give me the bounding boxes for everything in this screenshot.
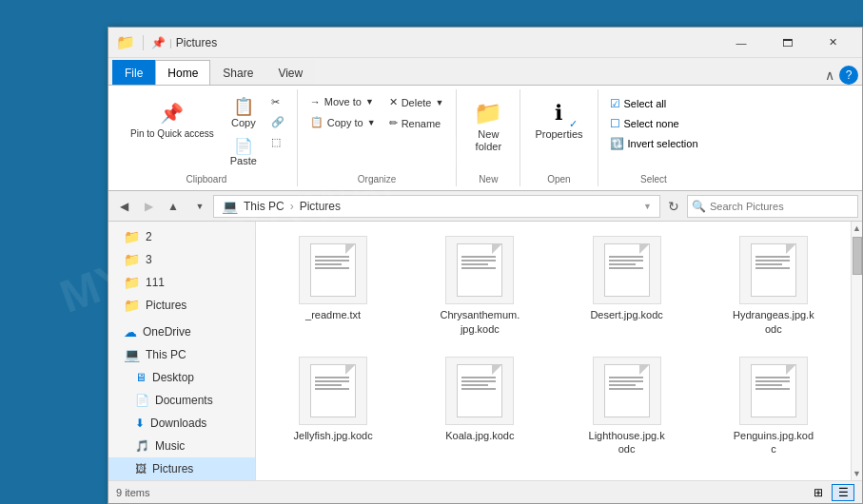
forward-button[interactable]: ▶: [137, 195, 160, 218]
tab-home[interactable]: Home: [155, 60, 210, 85]
restore-button[interactable]: 🗖: [765, 31, 809, 54]
copy-button[interactable]: 📋 Copy: [225, 93, 263, 132]
sidebar-label-onedrive: OneDrive: [143, 325, 191, 339]
up-button[interactable]: ▲: [162, 195, 185, 218]
minimize-button[interactable]: —: [719, 31, 763, 54]
tab-share[interactable]: Share: [210, 60, 265, 85]
music-icon: 🎵: [135, 439, 149, 453]
sidebar-item-3[interactable]: 📁 3: [108, 248, 255, 271]
ribbon-collapse-button[interactable]: ∧: [820, 66, 839, 85]
file-item-desert[interactable]: Desert.jpg.kodc: [558, 229, 696, 342]
move-to-button[interactable]: → Move to ▼: [305, 93, 381, 110]
copy-to-button[interactable]: 📋 Copy to ▼: [305, 113, 381, 131]
properties-button[interactable]: ℹ ✓ Properties: [528, 93, 589, 145]
file-name-koala: Koala.jpg.kodc: [445, 429, 514, 442]
cut-button[interactable]: ✂: [266, 93, 284, 111]
search-icon: 🔍: [692, 200, 706, 213]
documents-icon: 📄: [135, 394, 149, 407]
file-name-desert: Desert.jpg.kodc: [590, 308, 662, 321]
select-none-label: Select none: [624, 118, 679, 129]
paste-label: Paste: [230, 155, 257, 167]
invert-selection-icon: 🔃: [610, 137, 624, 150]
new-folder-button[interactable]: 📁 Newfolder: [464, 93, 512, 158]
tab-file[interactable]: File: [112, 60, 155, 85]
sidebar-label-pictures-nav: Pictures: [146, 299, 186, 312]
search-input[interactable]: [710, 201, 853, 212]
paste-button[interactable]: 📄 Paste: [225, 134, 263, 170]
address-path[interactable]: 💻 This PC › Pictures ▼: [213, 195, 660, 218]
address-dropdown-button[interactable]: ▼: [188, 195, 211, 218]
file-item-readme[interactable]: _readme.txt: [264, 229, 402, 342]
file-name-jellyfish: Jellyfish.jpg.kodc: [294, 429, 373, 442]
path-pictures[interactable]: Pictures: [300, 200, 341, 213]
pictures-active-icon: 🖼: [135, 462, 147, 475]
sidebar-item-music[interactable]: 🎵 Music: [108, 435, 255, 457]
folder-2-icon: 📁: [124, 229, 140, 244]
sidebar-item-onedrive[interactable]: ☁ OneDrive: [108, 320, 255, 343]
sidebar-item-thispc[interactable]: 💻 This PC: [108, 343, 255, 366]
ribbon-tabs: File Home Share View ∧ ?: [108, 58, 862, 85]
copy-path-button[interactable]: 🔗: [266, 113, 289, 131]
delete-button[interactable]: ✕ Delete ▼: [384, 93, 449, 111]
quick-access-icon: 📌: [151, 36, 166, 49]
file-area-scrollbar[interactable]: ▲ ▼: [851, 222, 862, 480]
file-item-lighthouse[interactable]: Lighthouse.jpg.kodc: [558, 350, 696, 463]
sidebar-item-documents[interactable]: 📄 Documents: [108, 389, 255, 412]
help-button[interactable]: ?: [839, 66, 858, 85]
path-dropdown-icon[interactable]: ▼: [643, 202, 652, 211]
pin-quick-access-button[interactable]: 📌 Pin to Quick access: [124, 93, 221, 145]
sidebar-item-downloads[interactable]: ⬇ Downloads: [108, 412, 255, 435]
paste-shortcut-button[interactable]: ⬚: [266, 133, 285, 151]
sidebar-label-pictures-active: Pictures: [152, 462, 193, 475]
pin-label: Pin to Quick access: [130, 128, 214, 140]
file-item-penguins[interactable]: Penguins.jpg.kodc: [704, 350, 843, 463]
sidebar: 📁 2 📁 3 📁 111 📁 Pictures ☁: [108, 222, 256, 480]
sidebar-item-2[interactable]: 📁 2: [108, 225, 255, 248]
view-toggle: ⊞ ☰: [807, 484, 854, 501]
rename-button[interactable]: ✏ Rename: [384, 114, 449, 132]
title-bar: 📁 📌 | Pictures — 🗖 ✕: [108, 28, 862, 58]
sidebar-item-desktop[interactable]: 🖥 Desktop: [108, 366, 255, 389]
window-title: Pictures: [176, 36, 217, 49]
select-none-button[interactable]: ☐ Select none: [606, 115, 702, 132]
select-all-label: Select all: [624, 98, 667, 109]
delete-label: Delete: [402, 97, 432, 108]
scrollbar-up-arrow[interactable]: ▲: [851, 222, 862, 235]
delete-dropdown-icon: ▼: [435, 98, 443, 107]
scrollbar-down-arrow[interactable]: ▼: [851, 467, 862, 480]
close-button[interactable]: ✕: [811, 31, 854, 54]
sidebar-item-pictures-nav[interactable]: 📁 Pictures: [108, 294, 255, 317]
sidebar-label-documents: Documents: [155, 394, 213, 407]
tab-view[interactable]: View: [265, 60, 315, 85]
file-item-chrysanthemum[interactable]: Chrysanthemum.jpg.kodc: [410, 229, 549, 342]
file-item-hydrangeas[interactable]: Hydrangeas.jpg.kodc: [704, 229, 843, 342]
file-thumb-chrysanthemum: [445, 236, 514, 304]
onedrive-icon: ☁: [124, 324, 137, 339]
main-area: 📁 2 📁 3 📁 111 📁 Pictures ☁: [108, 222, 862, 480]
file-item-jellyfish[interactable]: Jellyfish.jpg.kodc: [264, 350, 402, 463]
ribbon-group-new: 📁 Newfolder New: [457, 89, 520, 186]
invert-selection-button[interactable]: 🔃 Invert selection: [606, 135, 702, 152]
new-items: 📁 Newfolder: [464, 91, 512, 172]
sidebar-item-pictures-active[interactable]: 🖼 Pictures: [108, 457, 255, 480]
folder-111-icon: 📁: [124, 275, 140, 290]
view-details-button[interactable]: ☰: [832, 484, 854, 501]
search-box[interactable]: 🔍: [687, 195, 858, 218]
back-button[interactable]: ◀: [112, 195, 135, 218]
sidebar-label-2: 2: [146, 230, 152, 243]
ribbon-group-open: ℹ ✓ Properties Open: [520, 89, 598, 186]
refresh-button[interactable]: ↻: [662, 195, 685, 218]
file-name-readme: _readme.txt: [305, 308, 361, 321]
address-bar: ◀ ▶ ▲ ▼ 💻 This PC › Pictures ▼ ↻ 🔍: [108, 191, 862, 222]
copy-to-label: Copy to: [327, 117, 363, 128]
move-to-icon: →: [310, 96, 321, 107]
ribbon-group-select: ☑ Select all ☐ Select none 🔃 Invert sele…: [598, 89, 710, 186]
scrollbar-thumb[interactable]: [853, 237, 862, 275]
ribbon: File Home Share View ∧ ? 📌 Pin to Quick …: [108, 58, 862, 191]
file-item-koala[interactable]: Koala.jpg.kodc: [410, 350, 549, 463]
open-label: Open: [547, 172, 570, 184]
view-large-icons-button[interactable]: ⊞: [807, 484, 830, 501]
sidebar-item-111[interactable]: 📁 111: [108, 271, 255, 294]
select-all-button[interactable]: ☑ Select all: [606, 95, 702, 112]
path-thispc[interactable]: This PC: [244, 200, 284, 213]
